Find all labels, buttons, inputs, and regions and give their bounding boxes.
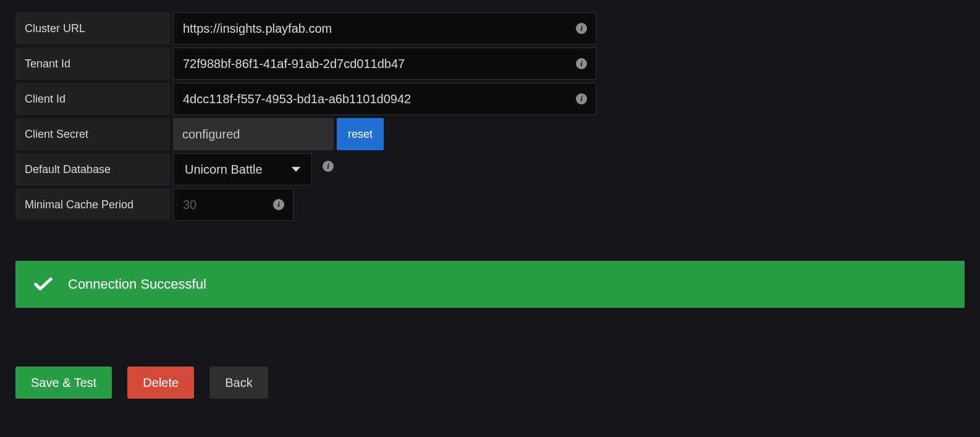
connection-success-alert: Connection Successful [15,261,965,308]
info-icon[interactable]: i [576,23,587,34]
client-id-input[interactable] [173,83,596,115]
cluster-url-input-wrapper: i [173,12,596,45]
client-secret-input [173,118,334,150]
check-icon [34,278,53,291]
client-id-label: Client Id [15,83,170,115]
client-id-row: Client Id i [15,83,965,115]
info-icon[interactable]: i [576,93,587,104]
save-test-button[interactable]: Save & Test [15,367,112,399]
info-icon[interactable]: i [273,199,284,210]
tenant-id-row: Tenant Id i [15,48,965,80]
back-button[interactable]: Back [209,367,268,399]
default-database-row: Default Database Unicorn Battle i [15,153,965,185]
default-database-value: Unicorn Battle [185,163,263,177]
minimal-cache-input-wrapper: i [173,189,294,221]
tenant-id-input-wrapper: i [173,48,596,80]
reset-button[interactable]: reset [337,118,384,150]
info-icon[interactable]: i [576,58,587,69]
cluster-url-row: Cluster URL i [15,12,965,45]
cluster-url-input[interactable] [173,12,596,45]
button-row: Save & Test Delete Back [15,367,965,399]
alert-text: Connection Successful [68,276,206,292]
client-secret-row: Client Secret reset [15,118,965,150]
info-icon[interactable]: i [323,161,334,172]
tenant-id-input[interactable] [173,48,596,80]
default-database-dropdown[interactable]: Unicorn Battle [173,153,312,185]
chevron-down-icon [292,167,300,172]
minimal-cache-period-row: Minimal Cache Period i [15,189,965,221]
delete-button[interactable]: Delete [127,367,194,399]
cluster-url-label: Cluster URL [15,12,170,45]
minimal-cache-period-label: Minimal Cache Period [15,189,170,221]
default-database-label: Default Database [15,153,170,185]
tenant-id-label: Tenant Id [15,48,170,80]
client-secret-label: Client Secret [15,118,170,150]
client-id-input-wrapper: i [173,83,596,115]
